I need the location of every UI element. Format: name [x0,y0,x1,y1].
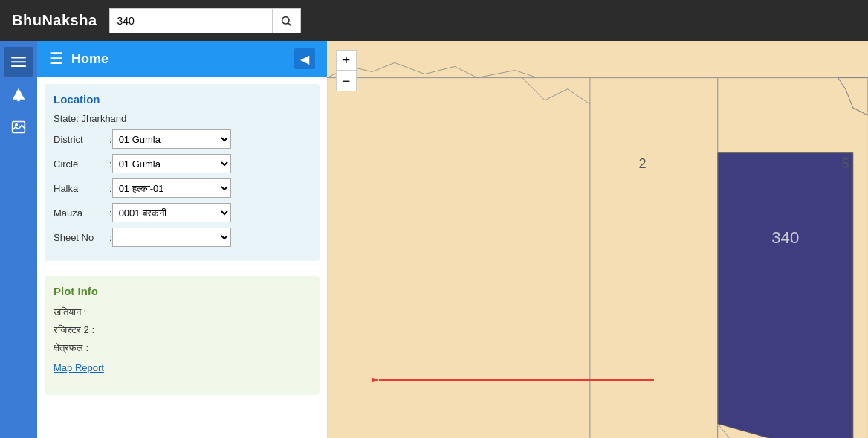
search-button[interactable] [273,8,301,33]
search-input[interactable] [109,8,273,33]
district-label: District [54,134,109,145]
mauza-row: Mauza : 0001 बरकनी [54,203,311,222]
district-select[interactable]: 01 Gumla [112,129,231,149]
location-title: Location [54,93,311,106]
plot-label-340: 340 [771,228,799,247]
map-report-link[interactable]: Map Report [54,362,104,373]
panel-menu-icon[interactable]: ☰ [49,50,62,68]
plot-label-5: 5 [842,156,849,171]
state-label: State [54,113,76,124]
svg-marker-12 [718,153,853,438]
plot-label-2: 2 [639,156,647,171]
khatiyan-row: खतियान : [54,306,311,318]
svg-marker-9 [327,78,590,438]
mauza-select[interactable]: 0001 बरकनी [112,203,231,222]
district-row: District : 01 Gumla [54,129,311,149]
halka-select[interactable]: 01 हल्का-01 [112,178,231,198]
main-layout: ☰ Home ◀ Location State: Jharkhand Distr… [0,41,868,438]
svg-rect-4 [11,65,26,67]
navbar: BhuNaksha [0,0,868,41]
side-panel: ☰ Home ◀ Location State: Jharkhand Distr… [37,41,327,438]
sidebar-image-icon[interactable] [4,112,33,142]
zoom-controls: + − [336,50,357,91]
circle-select[interactable]: 01 Gumla [112,154,231,173]
svg-point-0 [282,16,289,23]
sheet-no-row: Sheet No : [54,228,311,247]
plot-info-section: Plot Info खतियान : रजिस्टर 2 : क्षेत्रफल… [45,276,320,395]
sheet-no-label: Sheet No [54,232,109,243]
sidebar-icons [0,41,37,438]
halka-label: Halka [54,183,109,194]
zoom-in-button[interactable]: + [336,50,357,71]
app-brand: BhuNaksha [12,12,97,29]
svg-rect-3 [11,61,26,62]
svg-marker-10 [590,78,718,438]
state-value: Jharkhand [82,113,127,124]
mauza-label: Mauza [54,207,109,219]
panel-header: ☰ Home ◀ [37,41,327,77]
state-row: State: Jharkhand [54,113,311,124]
kshetrafal-label: क्षेत्रफल : [54,342,88,353]
khatiyan-label: खतियान : [54,306,86,318]
svg-rect-6 [17,98,19,101]
zoom-out-button[interactable]: − [336,71,357,91]
svg-line-1 [288,23,291,26]
kshetrafal-row: क्षेत्रफल : [54,342,311,354]
map-svg: 2 340 5 [327,41,868,438]
panel-collapse-button[interactable]: ◀ [294,48,315,69]
circle-row: Circle : 01 Gumla [54,154,311,173]
circle-label: Circle [54,158,109,170]
tree-icon [11,87,26,102]
menu-icon [11,54,26,69]
image-icon [11,120,26,135]
halka-row: Halka : 01 हल्का-01 [54,178,311,198]
search-icon [280,15,292,27]
svg-rect-2 [11,57,26,58]
svg-point-8 [15,123,18,126]
register2-row: रजिस्टर 2 : [54,324,311,336]
plot-info-title: Plot Info [54,285,311,297]
register2-label: रजिस्टर 2 : [54,324,94,335]
sidebar-tree-icon[interactable] [4,80,33,109]
sidebar-menu-icon[interactable] [4,47,33,77]
location-section: Location State: Jharkhand District : 01 … [45,84,320,261]
search-container [109,8,301,33]
svg-marker-5 [13,88,25,100]
panel-title: Home [71,51,108,67]
map-area[interactable]: + − 2 340 5 [327,41,868,438]
sheet-no-select[interactable] [112,228,231,247]
